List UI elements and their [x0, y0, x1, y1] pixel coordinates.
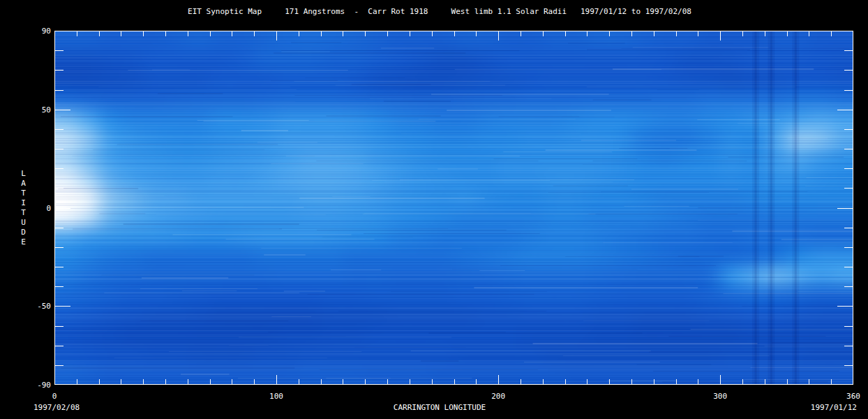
x-tick-label: 200 — [477, 392, 519, 401]
date-end-label: 1997/01/12 — [811, 403, 857, 412]
y-tick-label: 90 — [21, 27, 51, 36]
x-tick-label: 100 — [255, 392, 297, 401]
eit-synoptic-map-screen: EIT Synoptic Map 171 Angstroms - Carr Ro… — [0, 0, 868, 419]
x-tick-label: 300 — [699, 392, 741, 401]
synoptic-map-canvas — [54, 31, 853, 385]
y-tick-label: -50 — [21, 302, 51, 311]
y-tick-label: 0 — [21, 204, 51, 213]
chart-title: EIT Synoptic Map 171 Angstroms - Carr Ro… — [11, 7, 868, 16]
x-tick-label: 360 — [832, 392, 868, 401]
date-start-label: 1997/02/08 — [33, 403, 80, 412]
y-tick-label: 50 — [21, 105, 51, 115]
x-tick-label: 0 — [33, 392, 75, 401]
y-tick-label: -90 — [21, 381, 51, 390]
x-axis-title: CARRINGTON LONGITUDE — [54, 403, 825, 412]
